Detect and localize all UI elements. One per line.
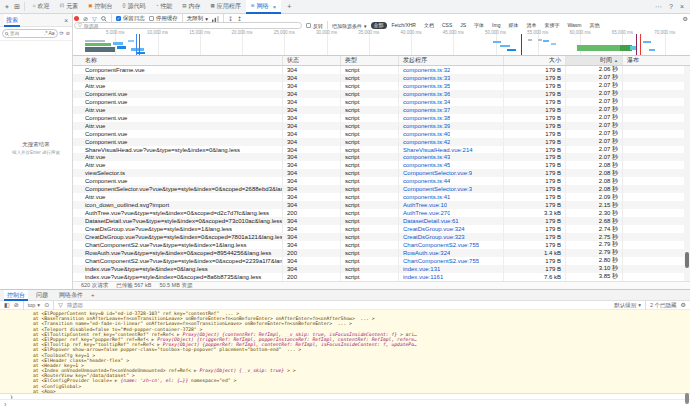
table-row[interactable]: ShareVisualHead.vue?vue&type=style&index… xyxy=(73,146,684,154)
table-row[interactable]: icon_down_outlined.svg?import304scriptAu… xyxy=(73,201,684,209)
column-header-1[interactable]: 状态 xyxy=(282,56,340,65)
hidden-messages-count[interactable]: 2 个已隐藏 xyxy=(650,302,677,309)
table-row[interactable]: index.vue?vue&type=style&index=0&lang.le… xyxy=(73,265,684,273)
tab-welcome[interactable]: ⌂欢迎 xyxy=(28,0,55,14)
close-tab-icon[interactable]: × xyxy=(273,4,277,10)
regex-toggle-icon[interactable]: .* xyxy=(44,31,47,36)
table-row[interactable]: index.vue?vue&type=style&index=0&scoped=… xyxy=(73,273,684,281)
refresh-search-icon[interactable]: ⟳ xyxy=(60,31,64,36)
initiator-link[interactable]: components.ts:44 xyxy=(403,178,450,184)
initiator-link[interactable]: components.ts:45 xyxy=(403,162,450,168)
console-drawer-tab-控制台[interactable]: 控制台 xyxy=(4,290,28,301)
column-header-3[interactable]: 发起程序 xyxy=(398,56,503,65)
table-row[interactable]: Attr.vue304scriptcomponents.ts:43179 B2.… xyxy=(73,153,684,161)
table-row[interactable]: CreatDsGroup.vue?vue&type=style&index=1&… xyxy=(73,225,684,233)
initiator-link[interactable]: components.ts:43 xyxy=(403,154,450,160)
initiator-link[interactable]: components.ts:39 xyxy=(403,123,450,129)
more-tabs-button[interactable]: + xyxy=(284,3,294,10)
inspect-element-icon[interactable]: ⌖ xyxy=(4,3,10,10)
tab-performance[interactable]: ◔性能 xyxy=(151,0,178,14)
initiator-link[interactable]: components.ts:34 xyxy=(403,99,450,105)
clear-search-icon[interactable]: ⊘ xyxy=(66,31,70,36)
table-row[interactable]: Component.vue304scriptcomponents.ts:4417… xyxy=(73,177,684,185)
preserve-log-checkbox[interactable]: 保留日志 xyxy=(116,15,145,22)
initiator-link[interactable]: components.ts:40 xyxy=(403,131,450,137)
tab-network[interactable]: ⊚网络× xyxy=(246,0,281,14)
console-scrollbar-thumb[interactable] xyxy=(685,393,689,404)
tab-elements[interactable]: ⟨/⟩元素 xyxy=(55,0,84,14)
console-drawer-tab-网络条件[interactable]: 网络条件 xyxy=(56,290,86,301)
column-header-6[interactable]: 瀑布 xyxy=(622,56,690,65)
table-row[interactable]: Attr.vue304scriptcomponents.ts:41179 B2.… xyxy=(73,193,684,201)
initiator-link[interactable]: ChartComponentS2.vue:755 xyxy=(403,258,479,264)
table-row[interactable]: Attr.vue304scriptcomponents.ts:45179 B2.… xyxy=(73,161,684,169)
table-row[interactable]: DatasetDetail.vue?vue&type=style&index=0… xyxy=(73,217,684,225)
record-network-log-icon[interactable] xyxy=(74,16,79,21)
table-row[interactable]: CreatDsGroup.vue?vue&type=style&index=0&… xyxy=(73,233,684,241)
initiator-link[interactable]: AuthTree.vue:270 xyxy=(403,210,450,216)
console-settings-gear-icon[interactable]: ⚙ xyxy=(681,302,686,308)
initiator-link[interactable]: components.ts:37 xyxy=(403,107,450,113)
javascript-context-dropdown[interactable]: top▾ xyxy=(28,302,40,308)
console-sidebar-icon[interactable]: ◧ xyxy=(4,302,10,308)
table-row[interactable]: ComponentSelector.vue?vue&type=style&ind… xyxy=(73,185,684,193)
initiator-link[interactable]: CreatDsGroup.vue:323 xyxy=(403,234,465,240)
clear-network-log-icon[interactable]: ⊘ xyxy=(83,16,88,22)
network-search-icon[interactable] xyxy=(101,16,107,22)
close-devtools-icon[interactable]: × xyxy=(680,3,684,10)
table-row[interactable]: ChartComponentS2.vue?vue&type=style&inde… xyxy=(73,241,684,249)
tab-memory[interactable]: ▤内存 xyxy=(177,0,205,14)
filter-toggle-icon[interactable]: ▽ xyxy=(92,16,97,22)
column-header-2[interactable]: 类型 xyxy=(340,56,398,65)
column-header-4[interactable]: 大小 xyxy=(503,56,565,65)
initiator-link[interactable]: components.ts:32 xyxy=(403,67,450,73)
table-row[interactable]: AuthTree.vue?vue&type=style&index=0&scop… xyxy=(73,209,684,217)
log-levels-dropdown[interactable]: 默认级别▾ xyxy=(614,302,641,309)
network-filter-input[interactable]: ▽ 筛选器 xyxy=(74,22,302,29)
initiator-link[interactable]: CreatDsGroup.vue:324 xyxy=(403,226,465,232)
table-row[interactable]: RowAuth.vue?vue&type=style&index=0&scope… xyxy=(73,249,684,257)
initiator-link[interactable]: ComponentSelector.vue:3 xyxy=(403,186,472,192)
clear-console-icon[interactable]: ⊘ xyxy=(14,302,19,308)
initiator-link[interactable]: components.ts:35 xyxy=(403,83,450,89)
initiator-link[interactable]: ShareVisualHead.vue:214 xyxy=(403,147,473,153)
disable-cache-checkbox[interactable]: 停用缓存 xyxy=(149,15,178,22)
invert-filter-checkbox[interactable]: 反转 xyxy=(306,23,323,29)
initiator-link[interactable]: components.ts:36 xyxy=(403,91,450,97)
initiator-link[interactable]: ChartComponentS2.vue:755 xyxy=(403,242,479,248)
initiator-link[interactable]: index.vue:1161 xyxy=(403,274,443,280)
initiator-link[interactable]: AuthTree.vue:10 xyxy=(403,202,447,208)
table-row[interactable]: ComponentFrame.vue304scriptcomponents.ts… xyxy=(73,66,684,74)
tab-application[interactable]: ▦应用程序 xyxy=(206,0,246,14)
console-add-tab-button[interactable]: + xyxy=(91,292,95,298)
throttling-dropdown[interactable]: 无限制▾ xyxy=(187,15,208,22)
initiator-link[interactable]: DatasetDetail.vue:61 xyxy=(403,218,459,224)
match-case-toggle-icon[interactable]: Aa xyxy=(48,31,54,36)
initiator-link[interactable]: ComponentSelector.vue:9 xyxy=(403,170,472,176)
network-settings-gear-icon[interactable]: ⚙ xyxy=(683,16,688,22)
tab-sources[interactable]: {}源代码 xyxy=(118,0,151,14)
table-scrollbar[interactable] xyxy=(684,66,690,281)
table-row[interactable]: Component.vue304scriptcomponents.ts:3417… xyxy=(73,98,684,106)
table-row[interactable]: Component.vue304scriptcomponents.ts:4217… xyxy=(73,138,684,146)
scrollbar-thumb[interactable] xyxy=(685,252,689,268)
close-search-panel-icon[interactable]: × xyxy=(64,17,68,24)
table-row[interactable]: Attr.vue304scriptcomponents.ts:37179 B2.… xyxy=(73,106,684,114)
initiator-link[interactable]: components.ts:42 xyxy=(403,139,450,145)
table-row[interactable]: Attr.vue304scriptcomponents.ts:35179 B2.… xyxy=(73,82,684,90)
initiator-link[interactable]: RowAuth.vue:324 xyxy=(403,250,450,256)
console-filter-input[interactable]: 筛选器 xyxy=(67,302,84,309)
table-row[interactable]: Component.vue304scriptcomponents.ts:4017… xyxy=(73,130,684,138)
more-filters-dropdown[interactable]: 增加筛选条件▾ xyxy=(332,23,367,29)
tab-console[interactable]: ▣控制台 xyxy=(83,0,117,14)
live-expression-eye-icon[interactable]: ⊙ xyxy=(44,302,49,308)
initiator-link[interactable]: components.ts:38 xyxy=(403,115,450,121)
help-icon[interactable]: ? xyxy=(669,3,673,10)
table-row[interactable]: Attr.vue304scriptcomponents.ts:33179 B2.… xyxy=(73,74,684,82)
table-row[interactable]: Component.vue304scriptcomponents.ts:3817… xyxy=(73,114,684,122)
network-overview-timeline[interactable]: 5,000 ms10,000 ms15,000 ms20,000 ms25,00… xyxy=(73,29,690,56)
search-input[interactable]: 查询 .* Aa xyxy=(2,29,58,38)
network-conditions-icon[interactable] xyxy=(212,16,219,22)
console-drawer-tab-问题[interactable]: 问题 xyxy=(33,290,51,301)
column-header-5[interactable]: 时间▲ xyxy=(565,56,622,65)
